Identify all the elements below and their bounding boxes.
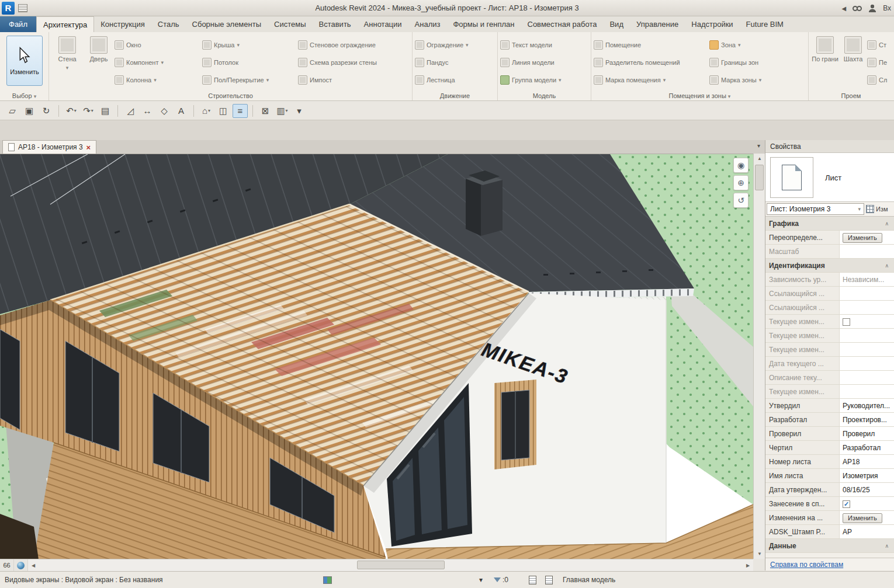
stair-button[interactable]: Лестница: [415, 72, 495, 87]
tab-systems[interactable]: Системы: [268, 16, 312, 32]
tag-button[interactable]: ◇: [157, 104, 172, 118]
tab-file[interactable]: Файл: [0, 16, 36, 32]
section-header[interactable]: Идентификация∧: [765, 259, 894, 273]
properties-title[interactable]: Свойства: [765, 140, 894, 153]
drawing-area[interactable]: MIKEA-3 ◉: [0, 154, 753, 559]
model-group-button[interactable]: Группа модели▾: [500, 72, 588, 87]
section-header[interactable]: Данные∧: [765, 539, 894, 553]
value-field[interactable]: Изометрия: [840, 469, 894, 482]
tab-addins[interactable]: Надстройки: [685, 16, 739, 32]
switch-windows-button[interactable]: ▥▾: [275, 104, 290, 118]
value-field[interactable]: АР18: [840, 455, 894, 468]
dimension-button[interactable]: ↔: [140, 104, 155, 118]
vertical-scrollbar[interactable]: ▲ ▼: [753, 154, 765, 559]
close-inactive-button[interactable]: ⊠: [258, 104, 273, 118]
room-button[interactable]: Помещение: [594, 37, 709, 52]
section-button[interactable]: ◫: [216, 104, 231, 118]
ceiling-button[interactable]: Потолок: [202, 55, 298, 69]
overrides-edit-button[interactable]: Изменить: [843, 233, 882, 243]
tab-structure[interactable]: Конструкция: [94, 16, 151, 32]
opening-by-face-button[interactable]: По грани: [811, 34, 839, 90]
worksharing-icon[interactable]: [323, 576, 332, 584]
area-tag-button[interactable]: Марка зоны▾: [709, 72, 797, 87]
value-field[interactable]: Проектиров...: [840, 413, 894, 426]
wall-button[interactable]: Стена▾: [51, 34, 83, 90]
search-icon[interactable]: [853, 6, 862, 11]
value-field[interactable]: АР: [840, 525, 894, 538]
edit-type-button[interactable]: Изм: [866, 205, 893, 213]
panel-build-label[interactable]: Строительство: [49, 92, 412, 99]
value-field[interactable]: Разработал: [840, 441, 894, 454]
value-field[interactable]: Руководител...: [840, 399, 894, 412]
measure-button[interactable]: ◿: [123, 104, 138, 118]
tab-precast[interactable]: Сборные элементы: [186, 16, 268, 32]
tab-steel[interactable]: Сталь: [151, 16, 186, 32]
orbit-button[interactable]: ↺: [733, 193, 749, 208]
section-header[interactable]: Графика∧: [765, 217, 894, 231]
mullion-button[interactable]: Импост: [298, 72, 407, 87]
customize-qat-button[interactable]: ▾: [292, 104, 307, 118]
steering-wheel-button[interactable]: ◉: [733, 158, 749, 173]
floor-button[interactable]: Пол/Перекрытие▾: [202, 72, 298, 87]
area-button[interactable]: Зона▾: [709, 37, 797, 52]
scroll-right-icon[interactable]: ▶: [743, 559, 753, 571]
revisions-edit-button[interactable]: Изменить: [843, 513, 882, 523]
horizontal-scroll-thumb[interactable]: [357, 561, 445, 569]
panel-model-label[interactable]: Модель: [498, 92, 591, 99]
view-tab-overflow-icon[interactable]: ▾: [757, 142, 760, 149]
column-button[interactable]: Колонна▾: [115, 72, 202, 87]
panel-select-label[interactable]: Выбор ▾: [0, 92, 48, 99]
tab-insert[interactable]: Вставить: [313, 16, 358, 32]
door-button[interactable]: Дверь: [83, 34, 115, 90]
checkbox-unchecked[interactable]: [843, 318, 850, 326]
railing-button[interactable]: Ограждение▾: [415, 37, 495, 52]
model-line-button[interactable]: Линия модели: [500, 55, 588, 69]
view-tab-active[interactable]: АР18 - Изометрия 3 ×: [2, 140, 96, 154]
component-button[interactable]: Компонент▾: [115, 55, 202, 69]
curtain-grid-button[interactable]: Схема разрезки стены: [298, 55, 407, 69]
open-button[interactable]: ▱: [5, 104, 20, 118]
text-button[interactable]: A: [174, 104, 189, 118]
selection-filter[interactable]: :0: [494, 576, 508, 584]
panel-circulation-label[interactable]: Движение: [413, 92, 497, 99]
thin-lines-button[interactable]: ≡: [233, 104, 248, 118]
area-boundary-button[interactable]: Границы зон: [709, 55, 797, 69]
value-field[interactable]: Проверил: [840, 427, 894, 440]
horizontal-scrollbar[interactable]: 66 ◀ ▶: [0, 559, 753, 571]
shaft-button[interactable]: Шахта: [839, 34, 867, 90]
room-tag-button[interactable]: Марка помещения▾: [594, 72, 709, 87]
close-view-icon[interactable]: ×: [86, 143, 91, 152]
horizontal-scroll-track[interactable]: [39, 559, 743, 571]
panel-rooms-label[interactable]: Помещения и зоны ▾: [591, 92, 808, 99]
scroll-up-icon[interactable]: ▲: [754, 154, 765, 163]
scroll-left-icon[interactable]: ◀: [28, 559, 39, 571]
signin-label[interactable]: Вх: [883, 4, 891, 12]
type-selector-dropdown[interactable]: Лист: Изометрия 3 ▾: [767, 203, 864, 215]
save-button[interactable]: ▣: [22, 104, 37, 118]
account-icon[interactable]: [868, 4, 876, 12]
tab-collaborate[interactable]: Совместная работа: [521, 16, 604, 32]
room-separator-button[interactable]: Разделитель помещений: [594, 55, 709, 69]
wall-opening-button[interactable]: Ст: [867, 37, 891, 52]
tab-analyze[interactable]: Анализ: [408, 16, 447, 32]
panel-opening-label[interactable]: Проем: [809, 92, 893, 99]
sync-button[interactable]: ↻: [39, 104, 54, 118]
curtain-system-button[interactable]: Стеновое ограждение: [298, 37, 407, 52]
floor-opening-button[interactable]: Пе: [867, 55, 891, 69]
checkbox-checked[interactable]: ✓: [843, 500, 850, 508]
window-button[interactable]: Окно: [115, 37, 202, 52]
print-button[interactable]: ▤: [98, 104, 113, 118]
ramp-button[interactable]: Пандус: [415, 55, 495, 69]
properties-help-link[interactable]: Справка по свойствам: [770, 561, 843, 569]
undo-button[interactable]: ↶▾: [64, 104, 79, 118]
infocenter-collapse-icon[interactable]: ◀: [841, 5, 846, 12]
tab-manage[interactable]: Управление: [630, 16, 685, 32]
roof-button[interactable]: Крыша▾: [202, 37, 298, 52]
model-3d-view[interactable]: MIKEA-3: [0, 154, 753, 559]
tab-future-bim[interactable]: Future BIM: [740, 16, 790, 32]
tab-view[interactable]: Вид: [603, 16, 630, 32]
scale-button[interactable]: 66: [0, 559, 14, 571]
vertical-scroll-thumb[interactable]: [755, 165, 764, 190]
value-field[interactable]: 08/16/25: [840, 483, 894, 496]
dormer-opening-button[interactable]: Сл: [867, 72, 891, 87]
